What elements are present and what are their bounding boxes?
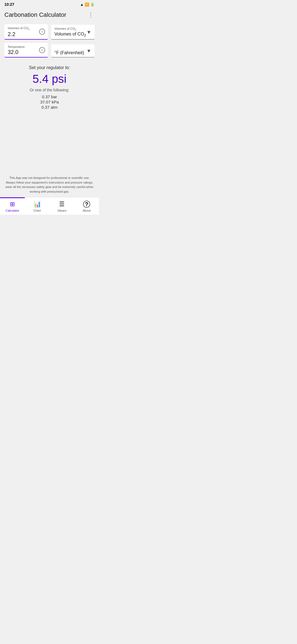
co2-dropdown-group[interactable]: Volumes of CO2 Volumes of CO2 ▼ xyxy=(51,25,95,40)
result-section: Set your regulator to: 5.4 psi Or one of… xyxy=(4,61,95,112)
more-options-icon: ⋮ xyxy=(88,12,94,18)
temperature-dropdown-value: °F (Fahrenheit) xyxy=(54,50,86,55)
signal-icon: ▲ xyxy=(80,2,84,7)
co2-dropdown-value: Volumes of CO2 xyxy=(54,32,86,37)
temperature-input-label: Temperature xyxy=(8,45,45,48)
temperature-dropdown-group[interactable]: °F (Fahrenheit) ▼ xyxy=(51,44,95,58)
co2-input-group[interactable]: Volumes of CO2 2.2 i xyxy=(4,24,48,40)
nav-item-chart[interactable]: 📊 Chart xyxy=(25,197,50,215)
temperature-row: Temperature 32.0 i °F (Fahrenheit) ▼ xyxy=(4,43,95,58)
status-bar: 10:27 ▲ 🛜 🔋 xyxy=(0,0,99,8)
wifi-icon: 🛜 xyxy=(85,2,89,7)
chart-icon: 📊 xyxy=(34,201,41,208)
temperature-dropdown-arrow[interactable]: ▼ xyxy=(86,48,91,54)
result-atm: 0.37 atm xyxy=(42,105,57,110)
co2-dropdown-label: Volumes of CO2 xyxy=(54,27,86,31)
co2-row: Volumes of CO2 2.2 i Volumes of CO2 Volu… xyxy=(4,24,95,40)
co2-dropdown-arrow[interactable]: ▼ xyxy=(86,29,91,35)
calculator-icon: ⊞ xyxy=(10,201,15,208)
nav-item-about[interactable]: ? About xyxy=(74,197,99,215)
disclaimer: This App was not designed for profession… xyxy=(0,172,99,197)
battery-icon: 🔋 xyxy=(90,2,95,7)
menu-button[interactable]: ⋮ xyxy=(87,11,95,19)
temperature-input[interactable]: 32.0 xyxy=(8,49,37,55)
bottom-nav: ⊞ Calculator 📊 Chart ☰ Values ? About xyxy=(0,197,99,215)
nav-label-values: Values xyxy=(57,209,67,212)
temperature-input-group[interactable]: Temperature 32.0 i xyxy=(4,43,48,58)
co2-dropdown-content: Volumes of CO2 Volumes of CO2 xyxy=(54,27,86,37)
result-alt-values: 0.37 bar 37.07 kPa 0.37 atm xyxy=(40,94,59,110)
temperature-dropdown-label xyxy=(54,47,86,50)
co2-input-label: Volumes of CO2 xyxy=(8,26,45,31)
app-title: Carbonation Calculator xyxy=(4,11,66,18)
result-kpa: 37.07 kPa xyxy=(40,100,59,104)
temperature-info-button[interactable]: i xyxy=(39,47,45,53)
co2-input[interactable]: 2.2 xyxy=(8,31,37,37)
nav-label-calculator: Calculator xyxy=(6,209,19,212)
result-alt-label: Or one of the following: xyxy=(30,88,69,92)
values-icon: ☰ xyxy=(59,201,65,208)
nav-label-chart: Chart xyxy=(34,209,41,212)
co2-info-button[interactable]: i xyxy=(39,29,45,35)
nav-item-calculator[interactable]: ⊞ Calculator xyxy=(0,197,25,215)
status-time: 10:27 xyxy=(4,2,14,7)
temperature-dropdown-content: °F (Fahrenheit) xyxy=(54,47,86,55)
status-icons: ▲ 🛜 🔋 xyxy=(80,2,95,7)
toolbar: Carbonation Calculator ⋮ xyxy=(0,8,99,22)
main-content: Volumes of CO2 2.2 i Volumes of CO2 Volu… xyxy=(0,22,99,143)
result-main-value: 5.4 psi xyxy=(32,72,67,86)
nav-item-values[interactable]: ☰ Values xyxy=(50,197,74,215)
result-bar: 0.37 bar xyxy=(42,94,57,99)
about-icon: ? xyxy=(83,201,90,208)
nav-label-about: About xyxy=(83,209,91,212)
result-set-label: Set your regulator to: xyxy=(29,65,70,70)
